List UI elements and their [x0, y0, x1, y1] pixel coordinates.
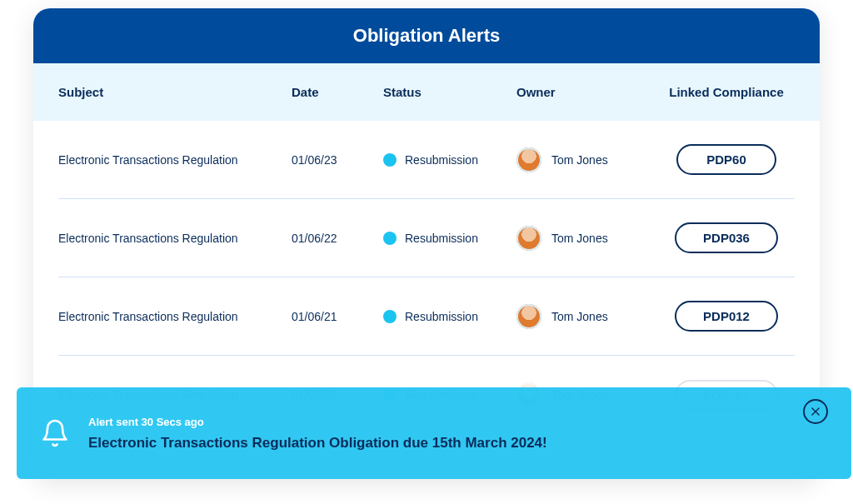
cell-date: 01/06/23 [292, 153, 383, 167]
linked-compliance-pill[interactable]: PDP60 [676, 144, 776, 175]
cell-linked: PDP012 [658, 301, 795, 332]
col-status: Status [383, 85, 516, 99]
cell-status: Resubmission [383, 310, 516, 323]
alert-toast: Alert sent 30 Secs ago Electronic Transa… [17, 387, 851, 479]
avatar [516, 226, 541, 251]
linked-compliance-pill[interactable]: PDP036 [675, 222, 778, 253]
table-row[interactable]: Electronic Transactions Regulation 01/06… [58, 121, 795, 199]
cell-status: Resubmission [383, 153, 516, 167]
cell-subject: Electronic Transactions Regulation [58, 153, 292, 167]
table-row[interactable]: Electronic Transactions Regulation 01/06… [58, 277, 795, 356]
toast-timestamp: Alert sent 30 Secs ago [88, 416, 785, 428]
col-date: Date [292, 85, 383, 99]
avatar [516, 147, 541, 172]
cell-owner: Tom Jones [516, 147, 658, 172]
owner-name: Tom Jones [551, 310, 608, 323]
status-label: Resubmission [405, 232, 478, 245]
cell-owner: Tom Jones [516, 304, 658, 329]
cell-owner: Tom Jones [516, 226, 658, 251]
cell-status: Resubmission [383, 232, 516, 245]
owner-name: Tom Jones [551, 153, 608, 167]
status-dot-icon [383, 310, 397, 323]
linked-compliance-pill[interactable]: PDP012 [675, 301, 778, 332]
toast-message: Electronic Transactions Regulation Oblig… [88, 435, 785, 452]
table-row[interactable]: Electronic Transactions Regulation 01/06… [58, 199, 795, 277]
cell-date: 01/06/21 [292, 310, 383, 323]
owner-name: Tom Jones [551, 232, 608, 245]
toast-content: Alert sent 30 Secs ago Electronic Transa… [88, 416, 785, 452]
cell-linked: PDP60 [658, 144, 795, 175]
toast-close-button[interactable] [803, 399, 828, 424]
cell-date: 01/06/22 [292, 232, 383, 245]
cell-subject: Electronic Transactions Regulation [58, 232, 292, 245]
close-icon [810, 406, 821, 417]
cell-subject: Electronic Transactions Regulation [58, 310, 292, 323]
cell-linked: PDP036 [658, 222, 795, 253]
status-dot-icon [383, 153, 397, 167]
status-label: Resubmission [405, 310, 478, 323]
col-linked: Linked Compliance [658, 85, 795, 99]
col-owner: Owner [516, 85, 658, 99]
page-title: Obligation Alerts [33, 8, 820, 63]
status-label: Resubmission [405, 153, 478, 167]
status-dot-icon [383, 232, 397, 245]
table-header-row: Subject Date Status Owner Linked Complia… [33, 63, 820, 121]
avatar [516, 304, 541, 329]
col-subject: Subject [58, 85, 292, 99]
bell-icon [40, 418, 70, 448]
